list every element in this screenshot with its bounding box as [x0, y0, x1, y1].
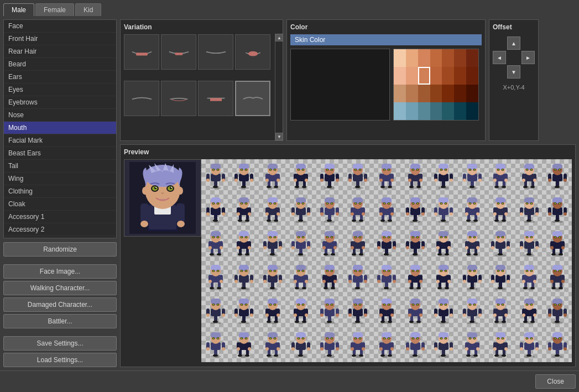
sidebar-item-rear-hair[interactable]: Rear Hair: [4, 45, 116, 58]
sprite-cell: [344, 328, 373, 362]
palette-cell-18[interactable]: [442, 85, 454, 102]
sidebar-item-nose[interactable]: Nose: [4, 109, 116, 122]
scroll-up-btn[interactable]: ▲: [275, 34, 279, 41]
sidebar-item-clothing[interactable]: Clothing: [4, 185, 116, 198]
palette-cell-21[interactable]: [394, 102, 406, 120]
sidebar-item-accessory-2[interactable]: Accessory 2: [4, 223, 116, 236]
svg-point-663: [535, 246, 539, 249]
variation-thumb-7[interactable]: [198, 81, 233, 116]
tab-kid[interactable]: Kid: [75, 3, 101, 16]
load-settings-button[interactable]: Load Settings...: [3, 353, 117, 367]
svg-point-1309: [504, 347, 508, 351]
palette-cell-1[interactable]: [406, 49, 418, 67]
sidebar-item-eyes[interactable]: Eyes: [4, 83, 116, 96]
face-image-button[interactable]: Face Image...: [3, 264, 117, 279]
svg-point-730: [263, 280, 267, 283]
variation-thumb-3[interactable]: [198, 34, 233, 70]
battler-button[interactable]: Battler...: [3, 314, 117, 328]
svg-point-67: [265, 179, 269, 182]
variation-thumb-2[interactable]: [161, 34, 196, 70]
portrait-svg: [129, 162, 196, 234]
tab-female[interactable]: Female: [35, 3, 74, 16]
walking-character-button[interactable]: Walking Character...: [3, 281, 117, 295]
variation-scrollbar[interactable]: ▲ ▼: [275, 34, 279, 131]
svg-point-850: [478, 280, 482, 283]
palette-cell-24[interactable]: [430, 102, 442, 120]
palette-cell-26[interactable]: [454, 102, 466, 120]
arrow-up-btn[interactable]: ▲: [507, 36, 520, 50]
palette-cell-11[interactable]: [442, 67, 454, 85]
preview-panel: Preview: [120, 144, 576, 367]
palette-cell-22[interactable]: [406, 102, 418, 120]
svg-rect-8: [140, 203, 149, 223]
save-settings-button[interactable]: Save Settings...: [3, 336, 117, 351]
sidebar-item-front-hair[interactable]: Front Hair: [4, 33, 116, 45]
sidebar-item-mouth[interactable]: Mouth: [4, 122, 116, 134]
arrow-right-btn[interactable]: ►: [521, 51, 535, 64]
palette-cell-9[interactable]: [418, 67, 430, 85]
sidebar-item-wing[interactable]: Wing: [4, 173, 116, 185]
svg-point-595: [421, 246, 425, 249]
palette-cell-16[interactable]: [418, 85, 430, 102]
palette-cell-4[interactable]: [442, 49, 454, 67]
close-button[interactable]: Close: [535, 374, 576, 389]
palette-cell-0[interactable]: [394, 49, 406, 67]
arrow-left-btn[interactable]: ◄: [493, 51, 506, 64]
palette-cell-27[interactable]: [466, 102, 478, 120]
sidebar-item-eyebrows[interactable]: Eyebrows: [4, 96, 116, 109]
palette-cell-8[interactable]: [406, 67, 418, 85]
variation-thumb-8[interactable]: [235, 81, 270, 116]
sidebar-item-beard[interactable]: Beard: [4, 58, 116, 71]
palette-cell-3[interactable]: [430, 49, 442, 67]
offset-title: Offset: [493, 23, 512, 31]
svg-point-1100: [530, 321, 535, 323]
palette-cell-20[interactable]: [466, 85, 478, 102]
svg-point-159: [412, 169, 414, 170]
svg-point-279: [246, 202, 247, 204]
palette-cell-13[interactable]: [466, 67, 478, 85]
variation-thumb-5[interactable]: [124, 81, 159, 116]
svg-point-1207: [336, 347, 339, 351]
svg-point-709: [242, 287, 246, 289]
sidebar-item-cloak[interactable]: Cloak: [4, 198, 116, 211]
svg-point-517: [274, 236, 275, 238]
sidebar-item-facial-mark[interactable]: Facial Mark: [4, 134, 116, 147]
variation-thumb-1[interactable]: [124, 34, 159, 70]
svg-point-550: [326, 236, 328, 238]
variation-thumb-6[interactable]: [161, 81, 196, 116]
svg-point-1223: [351, 347, 354, 351]
svg-point-986: [336, 313, 339, 317]
palette-cell-10[interactable]: [430, 67, 442, 85]
palette-cell-2[interactable]: [418, 49, 430, 67]
variation-thumb-4[interactable]: [235, 34, 270, 70]
damaged-character-button[interactable]: Damaged Character...: [3, 297, 117, 312]
sidebar-item-beast-ears[interactable]: Beast Ears: [4, 147, 116, 160]
svg-point-703: [212, 270, 214, 272]
palette-cell-5[interactable]: [454, 49, 466, 67]
svg-point-998: [356, 321, 360, 323]
sidebar-item-accessory-1[interactable]: Accessory 1: [4, 211, 116, 223]
sidebar-item-ears[interactable]: Ears: [4, 71, 116, 83]
arrow-down-btn[interactable]: ▼: [507, 65, 520, 79]
palette-cell-15[interactable]: [406, 85, 418, 102]
sprite-cell: [315, 193, 344, 227]
sidebar-item-face[interactable]: Face: [4, 20, 116, 33]
palette-cell-19[interactable]: [454, 85, 466, 102]
randomize-button[interactable]: Randomize: [3, 242, 117, 257]
palette-cell-23[interactable]: [418, 102, 430, 120]
palette-cell-14[interactable]: [394, 85, 406, 102]
sprite-cell: [429, 295, 458, 328]
svg-point-391: [450, 212, 453, 216]
palette-cell-12[interactable]: [454, 67, 466, 85]
sidebar-item-tail[interactable]: Tail: [4, 160, 116, 173]
palette-cell-25[interactable]: [442, 102, 454, 120]
tab-male[interactable]: Male: [3, 3, 34, 16]
svg-point-487: [238, 253, 242, 255]
palette-cell-7[interactable]: [394, 67, 406, 85]
svg-point-1299: [473, 338, 475, 339]
palette-cell-17[interactable]: [430, 85, 442, 102]
sidebar-item-glasses[interactable]: Glasses: [4, 236, 116, 238]
svg-point-1173: [277, 347, 280, 351]
palette-cell-6[interactable]: [466, 49, 478, 67]
color-item-skin[interactable]: Skin Color: [290, 34, 482, 45]
